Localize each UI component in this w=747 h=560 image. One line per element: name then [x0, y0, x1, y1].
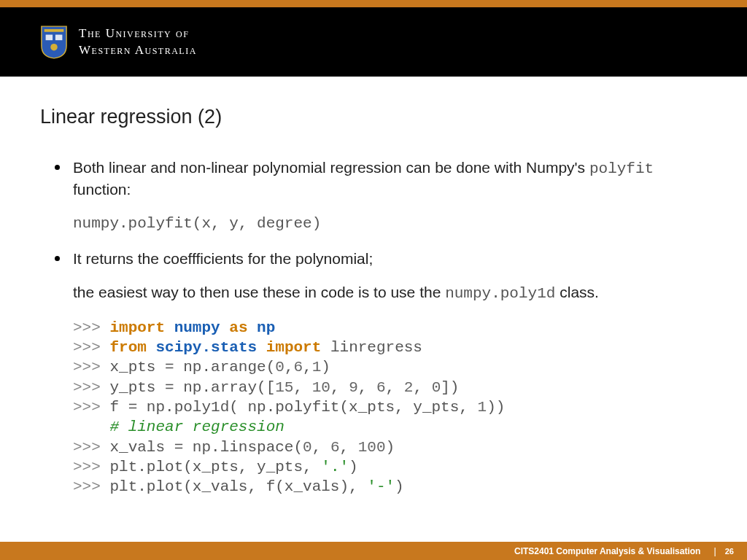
footer-divider: |	[713, 546, 716, 556]
prompt: >>>	[73, 399, 109, 416]
polyfit-signature: numpy.polyfit(x, y, degree)	[73, 214, 711, 234]
bullet1-inline-code: polyfit	[589, 160, 654, 177]
code-paren: ))	[487, 399, 505, 416]
svg-point-3	[50, 43, 58, 50]
code-comma: ,	[386, 379, 404, 396]
bullet2-pre: the easiest way to then use these in cod…	[73, 284, 445, 300]
code-module: scipy	[155, 339, 201, 356]
bullet2-inline-code: numpy.poly1d	[445, 285, 555, 302]
code-comma: ,	[303, 359, 312, 376]
code-paren: )	[386, 439, 395, 456]
code-dot: .	[201, 339, 211, 356]
code-string: '-'	[367, 478, 395, 495]
code-indent	[73, 419, 109, 435]
prompt: >>>	[73, 379, 109, 396]
code-text: y_pts = np.array([	[109, 379, 275, 396]
bullet-list: Both linear and non-linear polynomial re…	[40, 158, 711, 497]
university-name: The University of Western Australia	[79, 26, 197, 58]
footer-course: CITS2401 Computer Analysis & Visualisati…	[514, 546, 700, 556]
code-string: '.'	[321, 459, 349, 475]
code-num: 0	[303, 439, 312, 456]
code-alias: np	[257, 319, 275, 336]
kw-import: import	[109, 319, 165, 336]
kw-from: from	[109, 339, 146, 356]
code-num: 1	[312, 359, 322, 376]
code-example: >>> import numpy as np >>> from scipy.st…	[73, 318, 711, 497]
prompt: >>>	[73, 339, 109, 356]
top-accent-stripe	[0, 0, 747, 7]
kw-as: as	[229, 319, 247, 336]
uwa-crest-icon	[40, 25, 68, 60]
code-text: x_vals = np.linspace(	[109, 439, 303, 456]
code-num: 100	[358, 439, 386, 456]
uni-name-line2: Western Australia	[79, 42, 197, 58]
code-comma: ,	[293, 379, 311, 396]
bullet2-text-a: It returns the coeffficients for the pol…	[73, 250, 373, 267]
code-text: plt.plot(x_vals, f(x_vals),	[109, 478, 367, 495]
kw-import: import	[266, 339, 322, 356]
code-num: 1	[478, 399, 487, 416]
code-comma: ,	[330, 379, 349, 396]
code-text: x_pts = np.arange(	[109, 359, 275, 376]
code-num: 0	[432, 379, 441, 396]
code-comma: ,	[285, 359, 294, 376]
code-comma: ,	[340, 439, 358, 456]
code-text: f = np.poly1d( np.polyfit(x_pts, y_pts,	[109, 399, 477, 416]
bullet-item-1: Both linear and non-linear polynomial re…	[55, 158, 711, 234]
bullet2-sub: the easiest way to then use these in cod…	[73, 282, 711, 304]
bullet-item-2: It returns the coeffficients for the pol…	[55, 249, 711, 497]
prompt: >>>	[73, 439, 109, 456]
code-paren: ])	[441, 379, 459, 396]
code-submodule: stats	[211, 339, 257, 356]
code-module: numpy	[174, 319, 220, 336]
header-bar: The University of Western Australia	[0, 7, 747, 77]
footer-page-number: 26	[725, 547, 734, 556]
prompt: >>>	[73, 359, 109, 376]
code-comma: ,	[358, 379, 376, 396]
slide-title: Linear regression (2)	[40, 106, 711, 128]
code-num: 6	[330, 439, 340, 456]
bullet1-text-b: function:	[73, 181, 131, 198]
code-num: 15	[275, 379, 293, 396]
prompt: >>>	[73, 319, 109, 336]
code-num: 2	[404, 379, 414, 396]
footer-bar: CITS2401 Computer Analysis & Visualisati…	[0, 542, 747, 560]
slide-content: Linear regression (2) Both linear and no…	[0, 77, 747, 497]
code-comma: ,	[413, 379, 431, 396]
code-text: plt.plot(x_pts, y_pts,	[109, 459, 321, 475]
svg-rect-2	[55, 34, 63, 40]
uni-name-line1: The University of	[79, 26, 197, 42]
code-num: 6	[293, 359, 303, 376]
code-name: linregress	[330, 339, 422, 356]
svg-rect-1	[46, 34, 53, 40]
code-paren: )	[349, 459, 358, 475]
code-num: 6	[376, 379, 386, 396]
code-num: 9	[349, 379, 358, 396]
prompt: >>>	[73, 459, 109, 475]
code-comma: ,	[312, 439, 330, 456]
prompt: >>>	[73, 478, 109, 495]
bullet1-text-a: Both linear and non-linear polynomial re…	[73, 159, 589, 176]
code-paren: )	[395, 478, 404, 495]
code-comment: # linear regression	[109, 419, 284, 435]
code-paren: )	[321, 359, 330, 376]
bullet2-post: class.	[555, 284, 599, 300]
svg-rect-0	[44, 28, 64, 31]
code-num: 10	[312, 379, 330, 396]
code-num: 0	[275, 359, 285, 376]
